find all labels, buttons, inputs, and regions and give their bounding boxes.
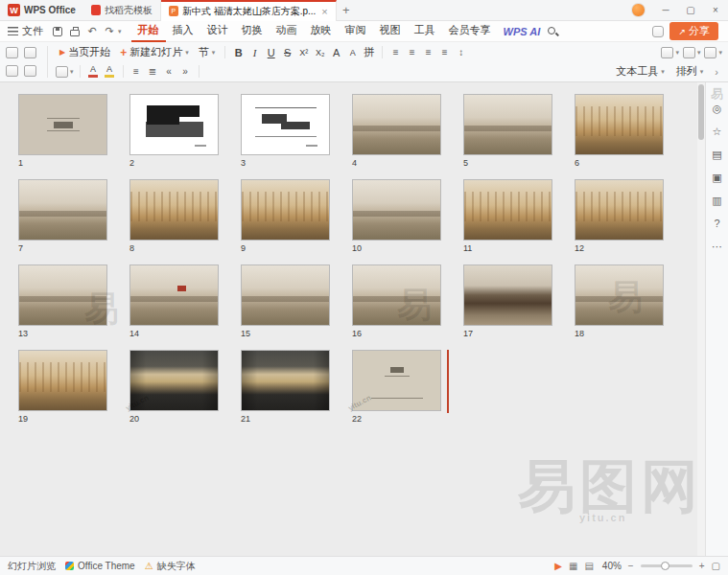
align-justify-button[interactable]: ≡ xyxy=(437,47,452,58)
close-button[interactable]: × xyxy=(703,0,728,21)
shape-dropdown[interactable]: ▾ xyxy=(661,47,679,58)
ribbon-tab[interactable]: 动画 xyxy=(270,21,304,42)
slide-thumbnail-image[interactable] xyxy=(352,264,441,326)
slide-thumbnail-image[interactable] xyxy=(129,179,219,241)
numbering-button[interactable]: ≣ xyxy=(146,66,160,77)
ribbon-tab[interactable]: 放映 xyxy=(304,21,339,42)
slide-thumbnail[interactable]: 6 xyxy=(575,94,664,179)
grow-font-button[interactable]: A xyxy=(329,47,343,58)
slide-thumbnail[interactable]: 1 xyxy=(18,94,107,179)
zoom-in-button[interactable]: + xyxy=(699,561,705,571)
cooperation-icon[interactable] xyxy=(652,26,664,37)
shrink-font-button[interactable]: A xyxy=(345,48,360,58)
slide-thumbnail-image[interactable] xyxy=(575,179,664,241)
slide-thumbnail[interactable]: 16 xyxy=(352,264,441,350)
slide-thumbnail-image[interactable] xyxy=(352,179,441,241)
rail-more-icon[interactable]: ⋯ xyxy=(712,242,722,252)
slide-layout-button[interactable]: ▾ xyxy=(56,66,74,78)
slide-thumbnail-image[interactable] xyxy=(352,94,441,155)
indent-button[interactable]: » xyxy=(178,66,193,77)
ribbon-expand-chevron-icon[interactable]: › xyxy=(711,66,722,78)
new-tab-button[interactable]: + xyxy=(337,3,356,17)
outdent-button[interactable]: « xyxy=(162,66,176,77)
fit-screen-button[interactable]: ▢ xyxy=(712,561,720,571)
align-center-button[interactable]: ≡ xyxy=(405,47,419,58)
sorter-view-button[interactable]: ▤ xyxy=(584,561,593,571)
slide-thumbnail-image[interactable] xyxy=(241,264,330,326)
redo-button[interactable]: ↷ xyxy=(101,23,118,40)
slide-thumbnail-image[interactable] xyxy=(18,179,107,241)
bold-button[interactable]: B xyxy=(231,47,246,58)
zoom-slider-thumb[interactable] xyxy=(661,562,669,570)
rail-help-icon[interactable]: ? xyxy=(714,218,719,229)
slide-thumbnail-image[interactable] xyxy=(18,264,107,326)
slide-thumbnail-image[interactable] xyxy=(463,264,552,326)
new-slide-button[interactable]: + 新建幻灯片 ▾ xyxy=(116,45,193,59)
tab-current-document[interactable]: P 新中式 福清太姥山茶店方案.p... × xyxy=(161,0,337,21)
wps-ai-button[interactable]: WPS AI xyxy=(504,26,541,37)
start-from-current-button[interactable]: ▶ 当页开始 xyxy=(56,45,114,59)
rail-properties-icon[interactable]: ◎ xyxy=(713,104,722,114)
copy-icon[interactable] xyxy=(24,65,36,77)
rail-favorites-icon[interactable]: ☆ xyxy=(713,126,722,137)
slide-thumbnail[interactable]: 4 xyxy=(352,94,441,179)
slide-thumbnail[interactable]: 20 xyxy=(129,350,219,435)
missing-fonts-button[interactable]: ⚠ 缺失字体 xyxy=(145,560,196,573)
align-left-button[interactable]: ≡ xyxy=(388,47,403,58)
slide-thumbnail-image[interactable] xyxy=(241,179,330,241)
text-tools-dropdown[interactable]: 文本工具 ▾ xyxy=(612,64,669,79)
search-icon[interactable] xyxy=(546,25,559,38)
ribbon-tab[interactable]: 视图 xyxy=(373,21,408,42)
arrange-dropdown[interactable]: 排列 ▾ xyxy=(672,64,708,79)
slide-thumbnail-image[interactable] xyxy=(129,264,219,326)
slide-thumbnail[interactable]: 14 xyxy=(129,264,219,350)
ribbon-tab[interactable]: 会员专享 xyxy=(442,21,498,42)
subscript-button[interactable]: X₂ xyxy=(313,48,327,58)
rail-comments-icon[interactable]: ▣ xyxy=(712,172,721,183)
italic-button[interactable]: I xyxy=(247,47,262,58)
slide-thumbnail[interactable]: 11 xyxy=(463,179,552,264)
minimize-button[interactable]: ─ xyxy=(653,0,678,21)
slide-thumbnail-image[interactable] xyxy=(463,179,552,241)
phonetic-guide-button[interactable]: 拼 xyxy=(362,45,376,59)
cut-icon[interactable] xyxy=(6,65,18,77)
ribbon-tab[interactable]: 切换 xyxy=(235,21,270,42)
share-button[interactable]: ↗ 分享 xyxy=(669,22,718,40)
slide-thumbnail-image[interactable] xyxy=(241,350,330,411)
slide-thumbnail[interactable]: 15 xyxy=(241,264,330,350)
slide-thumbnail-image[interactable] xyxy=(241,94,330,155)
ribbon-tab[interactable]: 开始 xyxy=(131,21,166,42)
paste-icon[interactable] xyxy=(6,47,18,58)
slide-thumbnail[interactable]: 5 xyxy=(463,94,552,179)
superscript-button[interactable]: X² xyxy=(296,48,311,58)
slide-thumbnail-image[interactable] xyxy=(575,264,664,326)
theme-button[interactable]: Office Theme xyxy=(65,561,135,571)
ribbon-tab[interactable]: 插入 xyxy=(166,21,200,42)
hamburger-menu-icon[interactable] xyxy=(8,27,18,35)
rail-clipboard-icon[interactable]: ▤ xyxy=(712,150,721,160)
zoom-out-button[interactable]: − xyxy=(628,561,634,571)
scrollbar-thumb[interactable] xyxy=(698,84,704,140)
image-dropdown[interactable]: ▾ xyxy=(683,47,701,58)
textbox-dropdown[interactable]: ▾ xyxy=(704,47,722,58)
ribbon-tab[interactable]: 工具 xyxy=(408,21,442,42)
ribbon-tab[interactable]: 审阅 xyxy=(339,21,373,42)
slide-thumbnail[interactable]: 2 xyxy=(129,94,219,179)
slide-thumbnail[interactable]: 19 xyxy=(18,350,107,435)
ribbon-tab[interactable]: 设计 xyxy=(200,21,235,42)
slide-thumbnail[interactable]: 13 xyxy=(18,264,107,350)
file-menu[interactable]: 文件 xyxy=(22,24,43,38)
slide-thumbnail-image[interactable] xyxy=(18,94,107,155)
slide-thumbnail[interactable]: 8 xyxy=(129,179,219,264)
slide-thumbnail[interactable]: 9 xyxy=(241,179,330,264)
slide-thumbnail-image[interactable] xyxy=(575,94,664,155)
user-avatar[interactable] xyxy=(631,3,646,17)
slide-thumbnail[interactable]: 12 xyxy=(575,179,664,264)
slide-thumbnail[interactable]: 3 xyxy=(241,94,330,179)
undo-button[interactable]: ↶ xyxy=(83,23,101,40)
save-button[interactable] xyxy=(49,23,66,40)
normal-view-button[interactable]: ▦ xyxy=(569,561,577,571)
scrollbar-track[interactable] xyxy=(697,82,705,556)
slide-thumbnail[interactable]: 17 xyxy=(463,264,552,350)
slide-thumbnail-image[interactable] xyxy=(18,350,107,411)
